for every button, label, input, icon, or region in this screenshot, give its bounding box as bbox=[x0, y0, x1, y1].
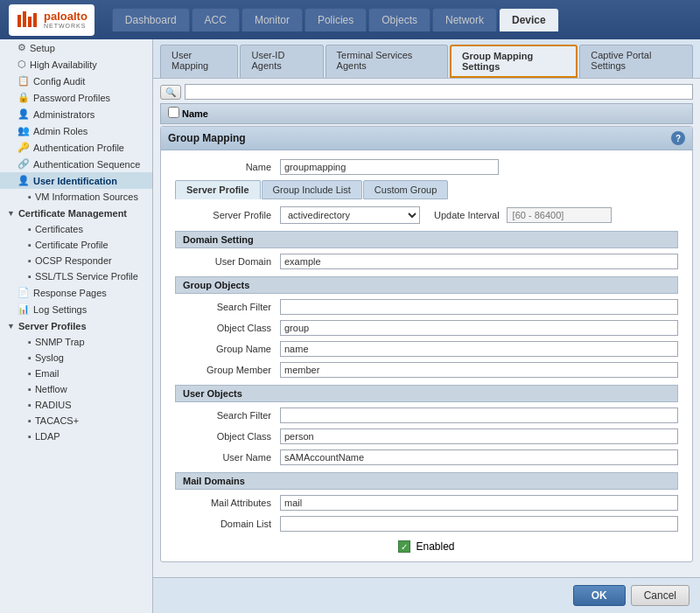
domain-list-input[interactable] bbox=[280, 516, 678, 532]
server-profile-label: Server Profile bbox=[175, 210, 280, 220]
sidebar-group-server-profiles[interactable]: ▼ Server Profiles bbox=[0, 317, 152, 334]
syslog-icon: ▪ bbox=[28, 352, 32, 363]
logo-area: paloalto NETWORKS bbox=[9, 4, 94, 36]
nav-tab-policies[interactable]: Policies bbox=[304, 8, 367, 31]
help-icon[interactable]: ? bbox=[671, 131, 685, 145]
inner-tab-group-include-list[interactable]: Group Include List bbox=[262, 180, 362, 199]
name-label: Name bbox=[175, 162, 280, 172]
auth-icon: 🔑 bbox=[18, 142, 30, 153]
lock-icon: 🔒 bbox=[18, 92, 30, 103]
sidebar-group-cert-management[interactable]: ▼ Certificate Management bbox=[0, 205, 152, 221]
sidebar-item-ssl-tls[interactable]: ▪ SSL/TLS Service Profile bbox=[0, 268, 152, 284]
sidebar-item-snmp-trap[interactable]: ▪ SNMP Trap bbox=[0, 334, 152, 350]
snmp-icon: ▪ bbox=[28, 337, 32, 347]
inner-tab-custom-group[interactable]: Custom Group bbox=[363, 180, 449, 199]
table-col-name: Name bbox=[182, 108, 208, 119]
domain-list-label: Domain List bbox=[175, 519, 280, 529]
svg-rect-3 bbox=[33, 13, 37, 27]
subtab-user-id-agents[interactable]: User-ID Agents bbox=[240, 45, 323, 78]
table-header: Name bbox=[160, 103, 693, 124]
sidebar-item-syslog[interactable]: ▪ Syslog bbox=[0, 350, 152, 366]
sidebar-item-administrators[interactable]: 👤 Administrators bbox=[0, 106, 152, 122]
email-icon: ▪ bbox=[28, 368, 32, 379]
sidebar-item-netflow[interactable]: ▪ Netflow bbox=[0, 381, 152, 397]
ok-button[interactable]: OK bbox=[573, 585, 626, 606]
group-mapping-panel: Group Mapping ? Name Server Profile Grou… bbox=[160, 126, 693, 562]
subtab-user-mapping[interactable]: User Mapping bbox=[160, 45, 238, 78]
nav-tab-monitor[interactable]: Monitor bbox=[242, 8, 303, 31]
sidebar-item-admin-roles[interactable]: 👥 Admin Roles bbox=[0, 122, 152, 139]
sidebar-item-vm-info-sources[interactable]: ▪ VM Information Sources bbox=[0, 189, 152, 205]
object-class-input[interactable] bbox=[280, 320, 678, 336]
logo-sub: NETWORKS bbox=[44, 23, 88, 29]
admin-icon: 👤 bbox=[18, 108, 30, 120]
enabled-checkbox[interactable]: ✓ bbox=[398, 540, 410, 553]
sidebar-item-tacacs[interactable]: ▪ TACACS+ bbox=[0, 413, 152, 428]
inner-tab-server-profile[interactable]: Server Profile bbox=[175, 180, 261, 199]
ssl-icon: ▪ bbox=[28, 271, 32, 282]
server-profile-row: Server Profile activedirectory Update In… bbox=[175, 206, 678, 224]
name-row: Name bbox=[175, 159, 678, 175]
sidebar-item-ocsp-responder[interactable]: ▪ OCSP Responder bbox=[0, 253, 152, 268]
sidebar-item-password-profiles[interactable]: 🔒 Password Profiles bbox=[0, 89, 152, 106]
subtab-terminal-services[interactable]: Terminal Services Agents bbox=[326, 45, 448, 78]
mail-attributes-label: Mail Attributes bbox=[175, 498, 280, 508]
tacacs-icon: ▪ bbox=[28, 415, 32, 426]
sidebar-item-response-pages[interactable]: 📄 Response Pages bbox=[0, 284, 152, 301]
group-member-input[interactable] bbox=[280, 362, 678, 378]
inner-tabs: Server Profile Group Include List Custom… bbox=[175, 180, 678, 199]
user-search-filter-input[interactable] bbox=[280, 408, 678, 423]
sidebar-item-certificates[interactable]: ▪ Certificates bbox=[0, 221, 152, 237]
user-name-input[interactable] bbox=[280, 449, 678, 465]
user-object-class-label: Object Class bbox=[175, 431, 280, 442]
server-profile-select[interactable]: activedirectory bbox=[280, 206, 420, 224]
main-layout: ⚙ Setup ⬡ High Availability 📋 Config Aud… bbox=[0, 39, 700, 613]
sidebar-item-radius[interactable]: ▪ RADIUS bbox=[0, 397, 152, 413]
sidebar-item-cert-profile[interactable]: ▪ Certificate Profile bbox=[0, 237, 152, 253]
nav-tab-objects[interactable]: Objects bbox=[368, 8, 430, 31]
sidebar-item-high-availability[interactable]: ⬡ High Availability bbox=[0, 56, 152, 73]
cancel-button[interactable]: Cancel bbox=[631, 585, 690, 606]
name-input[interactable] bbox=[280, 159, 499, 175]
refresh-button[interactable]: 🔍 bbox=[160, 85, 181, 100]
update-interval-input[interactable] bbox=[507, 207, 612, 223]
nav-tab-device[interactable]: Device bbox=[499, 8, 559, 31]
user-object-class-input[interactable] bbox=[280, 428, 678, 444]
svg-rect-1 bbox=[23, 11, 26, 27]
sidebar-item-auth-profile[interactable]: 🔑 Authentication Profile bbox=[0, 139, 152, 156]
search-bar: 🔍 bbox=[160, 84, 693, 100]
audit-icon: 📋 bbox=[18, 75, 30, 87]
subtab-group-mapping[interactable]: Group Mapping Settings bbox=[450, 45, 578, 78]
subtab-captive-portal[interactable]: Captive Portal Settings bbox=[579, 45, 693, 78]
bottom-bar: OK Cancel bbox=[153, 577, 700, 613]
nav-tabs: Dashboard ACC Monitor Policies Objects N… bbox=[112, 8, 691, 31]
nav-tab-dashboard[interactable]: Dashboard bbox=[112, 8, 190, 31]
select-all-checkbox-input[interactable] bbox=[168, 107, 179, 118]
group-member-row: Group Member bbox=[175, 362, 678, 378]
search-input[interactable] bbox=[185, 84, 693, 100]
sidebar-item-auth-sequence[interactable]: 🔗 Authentication Sequence bbox=[0, 156, 152, 172]
ha-icon: ⬡ bbox=[18, 59, 26, 70]
group-name-input[interactable] bbox=[280, 341, 678, 357]
sidebar-item-user-identification[interactable]: 👤 User Identification bbox=[0, 172, 152, 189]
logo-box: paloalto NETWORKS bbox=[9, 4, 94, 36]
svg-rect-0 bbox=[18, 15, 21, 27]
user-domain-input[interactable] bbox=[280, 254, 678, 269]
nav-tab-acc[interactable]: ACC bbox=[192, 8, 240, 31]
select-all-checkbox[interactable] bbox=[168, 107, 182, 121]
ocsp-icon: ▪ bbox=[28, 255, 32, 266]
mail-attributes-row: Mail Attributes bbox=[175, 495, 678, 511]
checkmark-icon: ✓ bbox=[401, 542, 408, 552]
tree-expand-icon: ▼ bbox=[7, 209, 15, 218]
sidebar-item-email[interactable]: ▪ Email bbox=[0, 366, 152, 381]
panel-body: Name Server Profile Group Include List C… bbox=[161, 150, 692, 561]
mail-attributes-input[interactable] bbox=[280, 495, 678, 511]
sidebar-item-ldap[interactable]: ▪ LDAP bbox=[0, 428, 152, 444]
search-filter-input[interactable] bbox=[280, 299, 678, 315]
sidebar-item-setup[interactable]: ⚙ Setup bbox=[0, 39, 152, 56]
domain-setting-section: Domain Setting bbox=[175, 231, 678, 248]
sidebar-item-log-settings[interactable]: 📊 Log Settings bbox=[0, 301, 152, 317]
sidebar-item-config-audit[interactable]: 📋 Config Audit bbox=[0, 73, 152, 89]
tree-expand-server-icon: ▼ bbox=[7, 322, 15, 331]
nav-tab-network[interactable]: Network bbox=[432, 8, 497, 31]
